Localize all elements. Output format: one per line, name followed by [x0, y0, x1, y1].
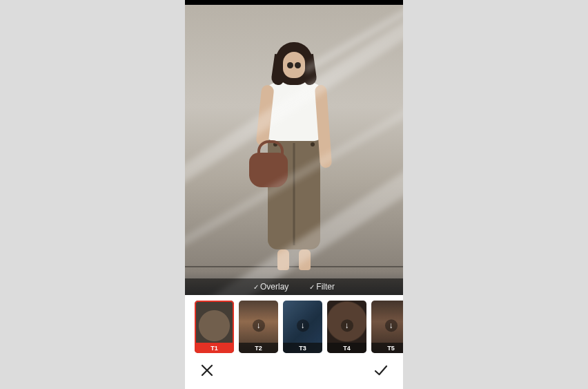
thumb-label: T5 — [371, 343, 403, 353]
check-icon — [373, 363, 389, 378]
photo-preview[interactable]: ✓ Overlay ✓ Filter — [185, 5, 403, 295]
photo-subject-person — [256, 42, 332, 277]
confirm-cancel-bar — [185, 354, 403, 389]
overlay-label: Overlay — [260, 282, 288, 292]
check-icon: ✓ — [309, 283, 315, 291]
filter-label: Filter — [316, 282, 335, 292]
status-bar-area — [185, 0, 403, 5]
check-icon: ✓ — [253, 283, 259, 291]
download-icon: ↓ — [385, 319, 398, 332]
thumb-label: T2 — [239, 343, 278, 353]
download-icon: ↓ — [341, 319, 353, 332]
filter-toggle[interactable]: ✓ Filter — [309, 282, 335, 292]
texture-thumb-t5[interactable]: ↓ T5 — [371, 301, 403, 353]
thumb-label: T4 — [327, 343, 366, 353]
thumb-label: T1 — [195, 343, 234, 353]
texture-thumb-t1[interactable]: T1 — [195, 301, 234, 353]
overlay-toggle[interactable]: ✓ Overlay — [253, 282, 288, 292]
cancel-button[interactable] — [197, 361, 217, 380]
photo-editor-screen: ✓ Overlay ✓ Filter T1 ↓ T2 ↓ T3 ↓ T4 ↓ T… — [185, 0, 403, 389]
overlay-filter-toggle-bar: ✓ Overlay ✓ Filter — [185, 278, 403, 295]
texture-thumb-t4[interactable]: ↓ T4 — [327, 301, 366, 353]
close-icon — [200, 363, 214, 377]
texture-thumb-t2[interactable]: ↓ T2 — [239, 301, 278, 353]
texture-thumb-t3[interactable]: ↓ T3 — [283, 301, 322, 353]
download-icon: ↓ — [297, 319, 309, 332]
confirm-button[interactable] — [371, 361, 391, 380]
thumb-label: T3 — [283, 343, 322, 353]
download-icon: ↓ — [253, 319, 265, 332]
texture-thumbnail-strip[interactable]: T1 ↓ T2 ↓ T3 ↓ T4 ↓ T5 — [185, 295, 403, 354]
